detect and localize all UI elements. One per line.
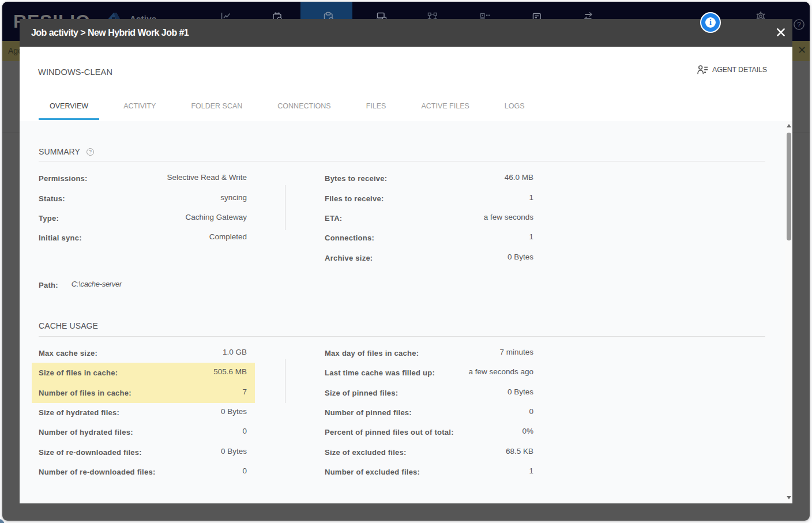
svg-text:?: ? — [797, 21, 801, 29]
